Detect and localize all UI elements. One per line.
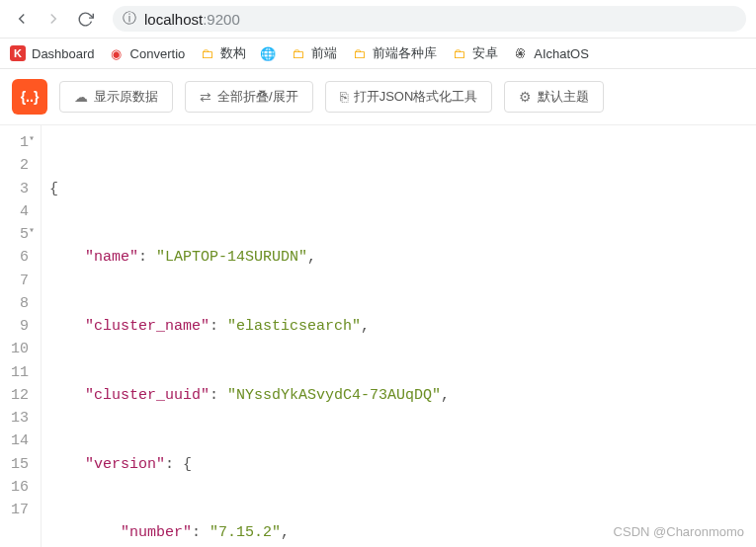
gutter-line: 5▾ bbox=[4, 223, 33, 246]
bookmark-folder-3[interactable]: 🗀前端各种库 bbox=[351, 44, 437, 62]
code-line: "cluster_uuid": "NYssdYkASvydC4-73AUqDQ"… bbox=[42, 384, 628, 407]
gear-icon: ⚙ bbox=[519, 89, 532, 105]
gutter-line: 6 bbox=[4, 246, 33, 269]
code-line: { bbox=[42, 178, 628, 200]
folder-icon: 🗀 bbox=[451, 45, 466, 61]
bookmark-folder-2[interactable]: 🗀前端 bbox=[290, 44, 337, 62]
ai-icon: ֍ bbox=[512, 45, 528, 61]
globe-icon: 🌐 bbox=[260, 45, 276, 61]
app-icon[interactable]: {..} bbox=[12, 79, 47, 115]
json-icon: ⎘ bbox=[340, 89, 348, 105]
site-info-icon[interactable]: ⓘ bbox=[123, 10, 136, 28]
folder-icon: 🗀 bbox=[290, 45, 305, 61]
bookmarks-bar: KDashboard ◉Convertio 🗀数构 🌐 🗀前端 🗀前端各种库 🗀… bbox=[0, 39, 756, 69]
bookmark-globe[interactable]: 🌐 bbox=[260, 45, 276, 61]
open-tool-button[interactable]: ⎘打开JSON格式化工具 bbox=[325, 81, 493, 113]
gutter-line: 14 bbox=[4, 430, 33, 452]
address-bar[interactable]: ⓘ localhost:9200 bbox=[113, 6, 746, 32]
gutter-line: 15 bbox=[4, 453, 33, 476]
gutter-line: 3 bbox=[4, 178, 33, 200]
fold-all-button[interactable]: ⇄全部折叠/展开 bbox=[185, 81, 313, 113]
watermark: CSDN @Charonmomo bbox=[614, 524, 744, 539]
gutter-line: 1▾ bbox=[4, 131, 33, 154]
gutter-line: 2 bbox=[4, 154, 33, 177]
line-gutter: 1▾ 2 3 4 5▾ 6 7 8 9 10 11 12 13 14 15 16… bbox=[0, 125, 42, 547]
code-line: "version": { bbox=[42, 453, 628, 476]
folder-icon: 🗀 bbox=[351, 45, 367, 61]
address-host: localhost bbox=[144, 11, 203, 28]
cloud-icon: ☁ bbox=[74, 89, 88, 105]
show-raw-button[interactable]: ☁显示原数据 bbox=[59, 81, 173, 113]
k-icon: K bbox=[10, 45, 26, 61]
gutter-line: 10 bbox=[4, 338, 33, 360]
forward-button[interactable] bbox=[42, 7, 65, 31]
gutter-line: 8 bbox=[4, 292, 33, 315]
json-viewer: 1▾ 2 3 4 5▾ 6 7 8 9 10 11 12 13 14 15 16… bbox=[0, 125, 756, 547]
code-line: "cluster_name": "elasticsearch", bbox=[42, 315, 628, 338]
back-button[interactable] bbox=[10, 7, 34, 31]
json-toolbar: {..} ☁显示原数据 ⇄全部折叠/展开 ⎘打开JSON格式化工具 ⚙默认主题 bbox=[0, 69, 756, 125]
fold-icon: ⇄ bbox=[200, 89, 211, 105]
gutter-line: 9 bbox=[4, 315, 33, 338]
bookmark-convertio[interactable]: ◉Convertio bbox=[109, 45, 186, 61]
code-line: "name": "LAPTOP-14SURUDN", bbox=[42, 246, 628, 269]
address-port: :9200 bbox=[203, 11, 240, 28]
code-body[interactable]: { "name": "LAPTOP-14SURUDN", "cluster_na… bbox=[42, 125, 628, 547]
fold-arrow-icon[interactable]: ▾ bbox=[29, 131, 35, 147]
browser-nav-bar: ⓘ localhost:9200 bbox=[0, 0, 756, 39]
bookmark-folder-1[interactable]: 🗀数构 bbox=[199, 44, 246, 62]
reload-button[interactable] bbox=[73, 7, 97, 31]
fold-arrow-icon[interactable]: ▾ bbox=[29, 223, 35, 239]
bookmark-folder-4[interactable]: 🗀安卓 bbox=[451, 44, 498, 62]
bookmark-dashboard[interactable]: KDashboard bbox=[10, 45, 95, 61]
gutter-line: 13 bbox=[4, 407, 33, 430]
gutter-line: 16 bbox=[4, 476, 33, 499]
gutter-line: 17 bbox=[4, 499, 33, 521]
folder-icon: 🗀 bbox=[199, 45, 214, 61]
bookmark-aichatos[interactable]: ֍AIchatOS bbox=[512, 45, 589, 61]
gutter-line: 12 bbox=[4, 384, 33, 407]
gutter-line: 4 bbox=[4, 200, 33, 223]
gutter-line: 11 bbox=[4, 361, 33, 384]
theme-button[interactable]: ⚙默认主题 bbox=[504, 81, 604, 113]
code-line: "number": "7.15.2", bbox=[42, 521, 628, 544]
convertio-icon: ◉ bbox=[109, 45, 125, 61]
gutter-line: 7 bbox=[4, 270, 33, 292]
